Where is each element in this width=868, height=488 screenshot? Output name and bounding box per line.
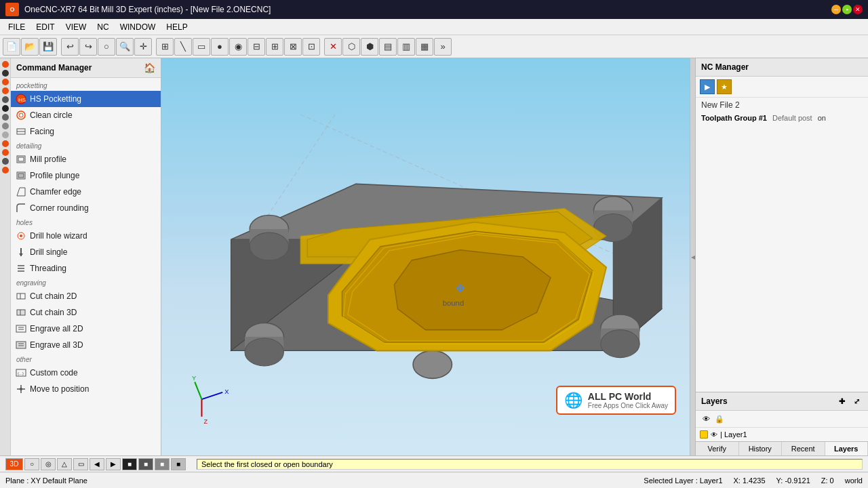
close-button[interactable]: ✕ <box>853 5 863 14</box>
cut-chain-3d-icon <box>15 306 27 319</box>
nav-color3-button[interactable]: ■ <box>155 458 170 470</box>
svg-text:HS: HS <box>18 97 26 103</box>
cm-item-move-to-position[interactable]: Move to position <box>11 381 161 397</box>
redo-button[interactable]: ↪ <box>79 38 97 56</box>
cm-item-engrave-all-2d[interactable]: Engrave all 2D <box>11 321 161 337</box>
nav-circle-button[interactable]: ◎ <box>41 458 56 470</box>
home-button[interactable]: 🏠 <box>144 62 155 73</box>
viewport[interactable]: bound X Y Z 🌐 ALL PC World Free Apps One… <box>161 58 690 455</box>
view-btn4[interactable]: ● <box>211 38 229 56</box>
cm-item-profile-plunge[interactable]: Profile plunge <box>11 167 161 184</box>
cm-item-threading[interactable]: Threading <box>11 260 161 277</box>
nav-3d-button[interactable]: 3D <box>5 458 23 470</box>
nav-cone-button[interactable]: △ <box>57 458 72 470</box>
svg-point-41 <box>250 232 288 260</box>
color-dot-gray5 <box>2 158 9 165</box>
svg-point-3 <box>19 113 23 117</box>
layer-lock-icon[interactable]: 🔒 <box>713 413 726 425</box>
cm-item-clean-circle[interactable]: Clean circle <box>11 107 161 123</box>
nav-color1-button[interactable]: ■ <box>122 458 137 470</box>
menu-nc[interactable]: NC <box>92 21 114 33</box>
menu-help[interactable]: HELP <box>161 21 193 33</box>
tool-btn2[interactable]: ⬢ <box>361 38 378 56</box>
svg-text:Y: Y <box>192 375 196 382</box>
nav-back-button[interactable]: ◀ <box>90 458 104 470</box>
chamfer-edge-label: Chamfer edge <box>30 187 81 197</box>
toolpath-group: Toolpath Group #1 Default post on <box>696 113 868 123</box>
maximize-button[interactable]: ▪ <box>842 5 852 14</box>
tab-history[interactable]: History <box>739 442 783 455</box>
layer-eye-icon[interactable]: 👁 <box>700 413 712 425</box>
cm-item-corner-rounding[interactable]: Corner rounding <box>11 200 161 216</box>
cm-item-drill-hole-wizard[interactable]: Drill hole wizard <box>11 228 161 244</box>
cm-item-drill-single[interactable]: Drill single <box>11 244 161 260</box>
save-button[interactable]: 💾 <box>39 38 57 56</box>
menu-window[interactable]: WINDOW <box>115 21 161 33</box>
new-button[interactable]: 📄 <box>3 38 20 56</box>
view-btn2[interactable]: ╲ <box>174 38 192 56</box>
view-btn5[interactable]: ◉ <box>229 38 247 56</box>
menu-view[interactable]: VIEW <box>60 21 92 33</box>
view-btn6[interactable]: ⊟ <box>248 38 265 56</box>
layer-expand-button[interactable]: ⤢ <box>850 395 863 407</box>
clean-circle-icon <box>15 109 27 121</box>
tab-recent[interactable]: Recent <box>782 442 825 455</box>
cut-chain-3d-label: Cut chain 3D <box>30 308 77 317</box>
circle-tool[interactable]: ○ <box>98 38 115 56</box>
move-to-position-icon <box>15 383 27 395</box>
cm-item-chamfer-edge[interactable]: Chamfer edge <box>11 184 161 200</box>
pointer-button[interactable]: ✛ <box>134 38 152 56</box>
svg-point-2 <box>17 111 25 119</box>
tab-verify[interactable]: Verify <box>696 442 739 455</box>
tool-btn3[interactable]: ▤ <box>379 38 397 56</box>
menu-edit[interactable]: EDIT <box>31 21 60 33</box>
z-coord: Z: 0 <box>821 476 834 485</box>
tool-btn5[interactable]: ▦ <box>416 38 433 56</box>
tab-layers[interactable]: Layers <box>825 442 869 455</box>
open-button[interactable]: 📂 <box>21 38 39 56</box>
right-panel-collapse[interactable]: ◀ <box>690 58 695 455</box>
ncm-btn-blue[interactable]: ▶ <box>700 79 715 94</box>
cm-item-hs-pocketting[interactable]: HS HS Pocketting <box>11 91 161 107</box>
cm-item-cut-chain-3d[interactable]: Cut chain 3D <box>11 304 161 321</box>
undo-button[interactable]: ↩ <box>61 38 79 56</box>
color-dot-orange4 <box>2 140 9 147</box>
facing-icon <box>15 125 27 138</box>
zoom-button[interactable]: 🔍 <box>116 38 134 56</box>
svg-rect-18 <box>17 293 25 299</box>
nav-cylinder-button[interactable]: ○ <box>24 458 39 470</box>
more-button[interactable]: » <box>434 38 452 56</box>
view-btn9[interactable]: ⊡ <box>302 38 320 56</box>
cm-item-cut-chain-2d[interactable]: Cut chain 2D <box>11 288 161 304</box>
drill-hole-wizard-label: Drill hole wizard <box>30 231 87 241</box>
nav-forward-button[interactable]: ▶ <box>106 458 121 470</box>
tool-btn4[interactable]: ▥ <box>397 38 415 56</box>
minimize-button[interactable]: ─ <box>831 5 841 14</box>
svg-point-50 <box>601 330 639 358</box>
layer-item-layer1[interactable]: 👁 | Layer1 <box>696 429 868 440</box>
left-color-sidebar <box>0 58 11 455</box>
cm-item-engrave-all-3d[interactable]: Engrave all 3D <box>11 337 161 353</box>
stop-btn[interactable]: ✕ <box>324 38 342 56</box>
menu-file[interactable]: FILE <box>3 21 31 33</box>
cm-item-custom-code[interactable]: {...} Custom code <box>11 365 161 381</box>
layer-add-button[interactable]: ✚ <box>835 395 848 407</box>
view-btn1[interactable]: ⊞ <box>156 38 174 56</box>
layers-icons-toolbar: 👁 🔒 <box>696 411 868 428</box>
mill-profile-icon <box>15 153 27 165</box>
nav-color2-button[interactable]: ■ <box>138 458 153 470</box>
ncm-btn-gold[interactable]: ★ <box>717 79 732 94</box>
nav-flat-button[interactable]: ▭ <box>73 458 88 470</box>
nav-color4-button[interactable]: ■ <box>171 458 186 470</box>
plane-info: Plane : XY Default Plane <box>5 476 87 485</box>
view-btn7[interactable]: ⊞ <box>266 38 283 56</box>
cm-item-facing[interactable]: Facing <box>11 123 161 140</box>
view-btn3[interactable]: ▭ <box>193 38 210 56</box>
view-btn8[interactable]: ⊠ <box>284 38 302 56</box>
svg-rect-20 <box>17 310 25 315</box>
svg-line-63 <box>201 392 222 399</box>
cm-item-mill-profile[interactable]: Mill profile <box>11 151 161 167</box>
svg-point-12 <box>20 235 22 237</box>
section-holes: holes <box>11 216 161 228</box>
tool-btn1[interactable]: ⬡ <box>342 38 360 56</box>
